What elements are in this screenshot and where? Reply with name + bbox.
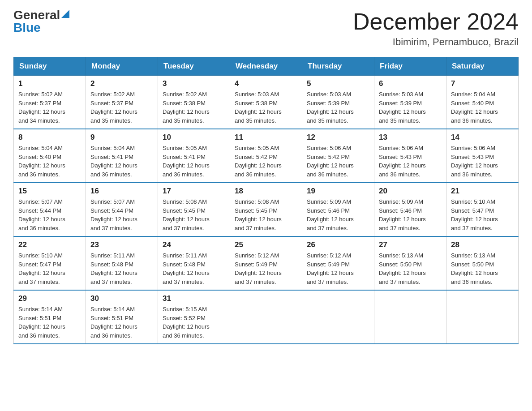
calendar-day: 10Sunrise: 5:05 AMSunset: 5:41 PMDayligh… — [158, 129, 230, 183]
day-info: Sunrise: 5:12 AMSunset: 5:49 PMDaylight:… — [307, 251, 369, 286]
day-number: 28 — [451, 240, 514, 249]
logo-blue: Blue — [13, 21, 41, 34]
day-number: 11 — [235, 133, 297, 142]
calendar-day: 30Sunrise: 5:14 AMSunset: 5:51 PMDayligh… — [86, 290, 158, 344]
calendar-day — [230, 290, 302, 344]
calendar-day: 28Sunrise: 5:13 AMSunset: 5:50 PMDayligh… — [446, 236, 519, 290]
calendar-day: 14Sunrise: 5:06 AMSunset: 5:43 PMDayligh… — [446, 129, 519, 183]
day-info: Sunrise: 5:08 AMSunset: 5:45 PMDaylight:… — [235, 197, 297, 232]
day-number: 8 — [18, 133, 81, 142]
day-number: 4 — [235, 79, 297, 88]
calendar-day — [446, 290, 519, 344]
day-number: 26 — [307, 240, 369, 249]
calendar-day: 25Sunrise: 5:12 AMSunset: 5:49 PMDayligh… — [230, 236, 302, 290]
calendar-day: 21Sunrise: 5:10 AMSunset: 5:47 PMDayligh… — [446, 183, 519, 236]
day-number: 13 — [379, 133, 442, 142]
calendar-day: 1Sunrise: 5:02 AMSunset: 5:37 PMDaylight… — [14, 76, 86, 129]
calendar-day: 27Sunrise: 5:13 AMSunset: 5:50 PMDayligh… — [374, 236, 446, 290]
title-block: December 2024 Ibimirim, Pernambuco, Braz… — [353, 9, 519, 48]
day-info: Sunrise: 5:05 AMSunset: 5:42 PMDaylight:… — [235, 144, 297, 179]
day-number: 23 — [90, 240, 153, 249]
calendar-day: 3Sunrise: 5:02 AMSunset: 5:38 PMDaylight… — [158, 76, 230, 129]
logo-general: General — [13, 9, 60, 21]
weekday-header-wednesday: Wednesday — [230, 57, 302, 76]
calendar-day: 5Sunrise: 5:03 AMSunset: 5:39 PMDaylight… — [302, 76, 374, 129]
day-number: 19 — [307, 187, 369, 196]
calendar-week-5: 29Sunrise: 5:14 AMSunset: 5:51 PMDayligh… — [14, 290, 519, 344]
day-info: Sunrise: 5:04 AMSunset: 5:41 PMDaylight:… — [90, 144, 153, 179]
calendar-day: 12Sunrise: 5:06 AMSunset: 5:42 PMDayligh… — [302, 129, 374, 183]
day-info: Sunrise: 5:06 AMSunset: 5:43 PMDaylight:… — [451, 144, 514, 179]
day-number: 14 — [451, 133, 514, 142]
calendar-week-1: 1Sunrise: 5:02 AMSunset: 5:37 PMDaylight… — [14, 76, 519, 129]
calendar-day: 26Sunrise: 5:12 AMSunset: 5:49 PMDayligh… — [302, 236, 374, 290]
calendar-header: SundayMondayTuesdayWednesdayThursdayFrid… — [14, 57, 519, 76]
day-info: Sunrise: 5:14 AMSunset: 5:51 PMDaylight:… — [90, 305, 153, 340]
day-number: 15 — [18, 187, 81, 196]
day-info: Sunrise: 5:11 AMSunset: 5:48 PMDaylight:… — [90, 251, 153, 286]
day-info: Sunrise: 5:03 AMSunset: 5:39 PMDaylight:… — [379, 90, 442, 125]
day-number: 10 — [163, 133, 225, 142]
day-number: 31 — [163, 294, 225, 303]
day-info: Sunrise: 5:14 AMSunset: 5:51 PMDaylight:… — [18, 305, 81, 340]
calendar-day: 18Sunrise: 5:08 AMSunset: 5:45 PMDayligh… — [230, 183, 302, 236]
logo: General Blue — [13, 9, 69, 34]
day-number: 18 — [235, 187, 297, 196]
calendar-day: 11Sunrise: 5:05 AMSunset: 5:42 PMDayligh… — [230, 129, 302, 183]
day-number: 3 — [163, 79, 225, 88]
day-number: 25 — [235, 240, 297, 249]
calendar-day: 17Sunrise: 5:08 AMSunset: 5:45 PMDayligh… — [158, 183, 230, 236]
day-info: Sunrise: 5:08 AMSunset: 5:45 PMDaylight:… — [163, 197, 225, 232]
day-info: Sunrise: 5:05 AMSunset: 5:41 PMDaylight:… — [163, 144, 225, 179]
day-info: Sunrise: 5:06 AMSunset: 5:43 PMDaylight:… — [379, 144, 442, 179]
weekday-header-friday: Friday — [374, 57, 446, 76]
day-number: 5 — [307, 79, 369, 88]
day-info: Sunrise: 5:06 AMSunset: 5:42 PMDaylight:… — [307, 144, 369, 179]
calendar-day: 16Sunrise: 5:07 AMSunset: 5:44 PMDayligh… — [86, 183, 158, 236]
day-info: Sunrise: 5:10 AMSunset: 5:47 PMDaylight:… — [451, 197, 514, 232]
day-number: 12 — [307, 133, 369, 142]
day-info: Sunrise: 5:04 AMSunset: 5:40 PMDaylight:… — [18, 144, 81, 179]
day-info: Sunrise: 5:15 AMSunset: 5:52 PMDaylight:… — [163, 305, 225, 340]
day-info: Sunrise: 5:11 AMSunset: 5:48 PMDaylight:… — [163, 251, 225, 286]
calendar-day: 29Sunrise: 5:14 AMSunset: 5:51 PMDayligh… — [14, 290, 86, 344]
weekday-header-saturday: Saturday — [446, 57, 519, 76]
day-number: 20 — [379, 187, 442, 196]
day-number: 7 — [451, 79, 514, 88]
calendar-day: 23Sunrise: 5:11 AMSunset: 5:48 PMDayligh… — [86, 236, 158, 290]
day-number: 2 — [90, 79, 153, 88]
day-number: 29 — [18, 294, 81, 303]
calendar-day: 31Sunrise: 5:15 AMSunset: 5:52 PMDayligh… — [158, 290, 230, 344]
calendar-body: 1Sunrise: 5:02 AMSunset: 5:37 PMDaylight… — [14, 76, 519, 344]
calendar-title: December 2024 — [353, 9, 519, 34]
calendar-day: 6Sunrise: 5:03 AMSunset: 5:39 PMDaylight… — [374, 76, 446, 129]
day-number: 27 — [379, 240, 442, 249]
day-info: Sunrise: 5:03 AMSunset: 5:39 PMDaylight:… — [307, 90, 369, 125]
calendar-day: 13Sunrise: 5:06 AMSunset: 5:43 PMDayligh… — [374, 129, 446, 183]
day-info: Sunrise: 5:02 AMSunset: 5:37 PMDaylight:… — [18, 90, 81, 125]
day-info: Sunrise: 5:02 AMSunset: 5:38 PMDaylight:… — [163, 90, 225, 125]
day-number: 6 — [379, 79, 442, 88]
calendar-table: SundayMondayTuesdayWednesdayThursdayFrid… — [13, 57, 519, 344]
calendar-day: 20Sunrise: 5:09 AMSunset: 5:46 PMDayligh… — [374, 183, 446, 236]
day-info: Sunrise: 5:07 AMSunset: 5:44 PMDaylight:… — [18, 197, 81, 232]
day-info: Sunrise: 5:07 AMSunset: 5:44 PMDaylight:… — [90, 197, 153, 232]
calendar-day — [302, 290, 374, 344]
day-number: 21 — [451, 187, 514, 196]
calendar-day: 22Sunrise: 5:10 AMSunset: 5:47 PMDayligh… — [14, 236, 86, 290]
weekday-header-monday: Monday — [86, 57, 158, 76]
day-info: Sunrise: 5:09 AMSunset: 5:46 PMDaylight:… — [307, 197, 369, 232]
day-info: Sunrise: 5:12 AMSunset: 5:49 PMDaylight:… — [235, 251, 297, 286]
calendar-week-2: 8Sunrise: 5:04 AMSunset: 5:40 PMDaylight… — [14, 129, 519, 183]
day-info: Sunrise: 5:04 AMSunset: 5:40 PMDaylight:… — [451, 90, 514, 125]
day-number: 30 — [90, 294, 153, 303]
weekday-header-tuesday: Tuesday — [158, 57, 230, 76]
page-header: General Blue December 2024 Ibimirim, Per… — [13, 9, 519, 48]
calendar-subtitle: Ibimirim, Pernambuco, Brazil — [353, 36, 519, 48]
calendar-week-3: 15Sunrise: 5:07 AMSunset: 5:44 PMDayligh… — [14, 183, 519, 236]
logo-triangle-icon — [61, 10, 69, 20]
weekday-header-thursday: Thursday — [302, 57, 374, 76]
day-number: 1 — [18, 79, 81, 88]
svg-marker-0 — [61, 10, 69, 18]
calendar-day: 8Sunrise: 5:04 AMSunset: 5:40 PMDaylight… — [14, 129, 86, 183]
